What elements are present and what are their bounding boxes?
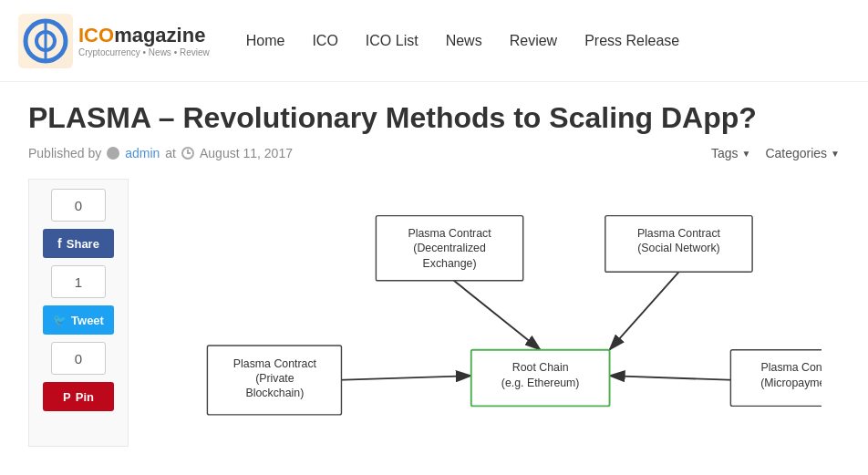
author-link[interactable]: admin bbox=[125, 146, 160, 160]
node-plasma-micro-label: Plasma Contract bbox=[761, 362, 822, 375]
nav-ico[interactable]: ICO bbox=[312, 33, 337, 49]
node-root-chain-label: Root Chain bbox=[512, 362, 569, 375]
social-sidebar: 0 f Share 1 🐦 Tweet 0 P Pin bbox=[28, 179, 129, 447]
tags-item[interactable]: Tags ▼ bbox=[711, 146, 750, 160]
main-content: PLASMA – Revolutionary Methods to Scalin… bbox=[1, 82, 867, 465]
svg-text:Exchange): Exchange) bbox=[423, 257, 477, 270]
pinterest-count: 0 bbox=[51, 342, 106, 375]
twitter-tweet-button[interactable]: 🐦 Tweet bbox=[43, 305, 114, 335]
meta-right: Tags ▼ Categories ▼ bbox=[711, 146, 840, 160]
logo-ico: ICO bbox=[78, 24, 114, 46]
nav-home[interactable]: Home bbox=[246, 33, 285, 49]
svg-text:(Micropayments): (Micropayments) bbox=[760, 377, 822, 389]
twitter-label: Tweet bbox=[71, 314, 104, 327]
categories-item[interactable]: Categories ▼ bbox=[765, 146, 840, 160]
facebook-label: Share bbox=[67, 237, 99, 251]
tags-label: Tags bbox=[711, 146, 739, 160]
svg-text:(Decentralized: (Decentralized bbox=[413, 243, 486, 255]
clock-icon bbox=[181, 147, 194, 160]
meta-left: Published by admin at August 11, 2017 bbox=[28, 146, 293, 160]
site-header: ICOmagazine Cryptocurrency • News • Revi… bbox=[0, 0, 868, 82]
node-plasma-private-label: Plasma Contract bbox=[233, 357, 317, 370]
article-date: August 11, 2017 bbox=[200, 146, 293, 160]
published-by-label: Published by bbox=[28, 146, 101, 160]
categories-label: Categories bbox=[765, 146, 827, 160]
diagram-area: Plasma Contract (Decentralized Exchange)… bbox=[129, 179, 840, 447]
plasma-diagram: Plasma Contract (Decentralized Exchange)… bbox=[147, 188, 822, 434]
nav-ico-list[interactable]: ICO List bbox=[366, 33, 418, 49]
facebook-count: 0 bbox=[51, 189, 106, 222]
article-title: PLASMA – Revolutionary Methods to Scalin… bbox=[28, 100, 840, 135]
nav-review[interactable]: Review bbox=[510, 33, 557, 49]
svg-text:(Social Network): (Social Network) bbox=[637, 243, 719, 255]
node-plasma-dex-label: Plasma Contract bbox=[408, 228, 491, 241]
main-nav: Home ICO ICO List News Review Press Rele… bbox=[246, 33, 679, 49]
logo-tagline: Cryptocurrency • News • Review bbox=[78, 47, 210, 57]
facebook-share-button[interactable]: f Share bbox=[43, 229, 114, 258]
svg-line-6 bbox=[610, 273, 679, 350]
nav-news[interactable]: News bbox=[446, 33, 482, 49]
nav-press-release[interactable]: Press Release bbox=[584, 33, 679, 49]
tags-chevron-icon: ▼ bbox=[741, 149, 750, 159]
categories-chevron-icon: ▼ bbox=[831, 149, 840, 159]
user-icon bbox=[107, 147, 119, 160]
twitter-count: 1 bbox=[51, 265, 106, 298]
svg-line-5 bbox=[454, 281, 541, 350]
svg-text:(e.g. Ethereum): (e.g. Ethereum) bbox=[501, 377, 580, 389]
facebook-icon: f bbox=[57, 236, 62, 251]
node-plasma-social-label: Plasma Contract bbox=[637, 228, 721, 241]
at-text: at bbox=[165, 146, 176, 160]
content-area: 0 f Share 1 🐦 Tweet 0 P Pin bbox=[28, 179, 840, 447]
logo-brand: ICOmagazine bbox=[78, 24, 210, 47]
svg-text:(Private: (Private bbox=[255, 372, 294, 385]
svg-text:Blockchain): Blockchain) bbox=[246, 387, 305, 399]
logo-icon bbox=[18, 14, 73, 68]
pinterest-label: Pin bbox=[76, 390, 94, 404]
pinterest-pin-button[interactable]: P Pin bbox=[43, 382, 114, 411]
logo-text: ICOmagazine Cryptocurrency • News • Revi… bbox=[78, 24, 210, 57]
pinterest-icon: P bbox=[63, 390, 71, 404]
svg-line-7 bbox=[337, 377, 471, 381]
article-meta: Published by admin at August 11, 2017 Ta… bbox=[28, 146, 840, 160]
logo[interactable]: ICOmagazine Cryptocurrency • News • Revi… bbox=[18, 14, 210, 68]
twitter-icon: 🐦 bbox=[53, 314, 67, 326]
logo-magazine: magazine bbox=[114, 24, 205, 46]
svg-line-8 bbox=[610, 377, 736, 381]
